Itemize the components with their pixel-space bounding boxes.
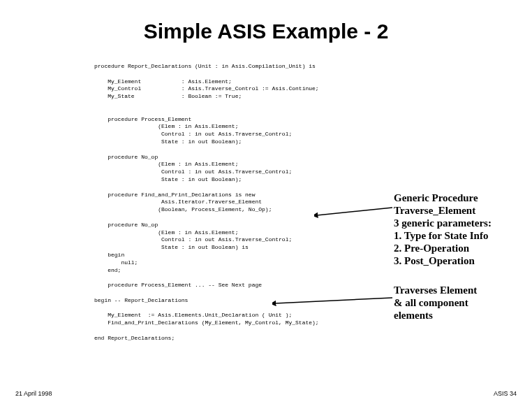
slide: Simple ASIS Example - 2 procedure Report… [0, 0, 532, 411]
annotation-line: 3. Post_Operation [394, 255, 475, 266]
annotation-line: Traverse_Element [394, 205, 475, 216]
slide-title: Simple ASIS Example - 2 [0, 20, 532, 43]
annotation-line: Traverses Element [394, 284, 477, 296]
annotation-line: 3 generic parameters: [394, 217, 492, 229]
annotation-line: Generic Procedure [394, 192, 478, 203]
annotation-line: & all component [394, 297, 468, 308]
footer-date: 21 April 1998 [15, 390, 52, 397]
annotation-traverses-element: Traverses Element & all component elemen… [394, 284, 526, 322]
annotation-line: elements [394, 310, 433, 321]
annotation-generic-procedure: Generic Procedure Traverse_Element 3 gen… [394, 192, 526, 267]
annotation-line: 2. Pre-Operation [394, 243, 469, 254]
footer-page: ASIS 34 [494, 390, 517, 397]
annotation-line: 1. Type for State Info [394, 230, 488, 241]
